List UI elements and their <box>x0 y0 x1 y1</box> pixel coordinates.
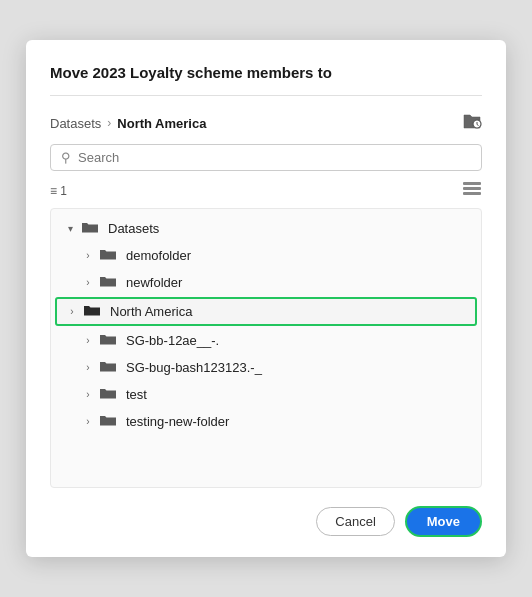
svg-rect-5 <box>463 192 481 195</box>
folder-icon <box>99 247 117 264</box>
list-count: ≡ 1 <box>50 184 67 198</box>
folder-icon <box>83 303 101 320</box>
search-icon: ⚲ <box>61 150 71 165</box>
tree-item[interactable]: › SG-bug-bash123123.-_ <box>51 354 481 381</box>
folder-name: test <box>126 387 147 402</box>
folder-clock-icon[interactable] <box>462 112 482 134</box>
search-input[interactable] <box>78 150 471 165</box>
dialog-footer: Cancel Move <box>50 506 482 537</box>
tree-item[interactable]: › SG-bb-12ae__-. <box>51 327 481 354</box>
chevron-down-icon: ▾ <box>63 223 77 234</box>
tree-root-label: Datasets <box>108 221 159 236</box>
folder-name: testing-new-folder <box>126 414 229 429</box>
breadcrumb-separator: › <box>107 116 111 130</box>
folder-icon <box>99 332 117 349</box>
chevron-right-icon: › <box>81 416 95 427</box>
tree-item[interactable]: › testing-new-folder <box>51 408 481 435</box>
tree-item[interactable]: › demofolder <box>51 242 481 269</box>
chevron-right-icon: › <box>81 277 95 288</box>
folder-name: newfolder <box>126 275 182 290</box>
tree-root-item[interactable]: ▾ Datasets <box>51 215 481 242</box>
breadcrumb-path: Datasets › North America <box>50 116 206 131</box>
list-controls: ≡ 1 <box>50 179 482 202</box>
folder-icon <box>99 274 117 291</box>
folder-name: SG-bug-bash123123.-_ <box>126 360 262 375</box>
list-view-icon[interactable] <box>462 181 482 200</box>
dialog-title: Move 2023 Loyalty scheme members to <box>50 64 482 96</box>
tree-item-north-america[interactable]: › North America <box>55 297 477 326</box>
chevron-right-icon: › <box>65 306 79 317</box>
breadcrumb-current-folder: North America <box>117 116 206 131</box>
folder-icon <box>81 220 99 237</box>
folder-name: demofolder <box>126 248 191 263</box>
cancel-button[interactable]: Cancel <box>316 507 394 536</box>
svg-rect-3 <box>463 182 481 185</box>
chevron-right-icon: › <box>81 362 95 373</box>
chevron-right-icon: › <box>81 389 95 400</box>
tree-item[interactable]: › newfolder <box>51 269 481 296</box>
move-button[interactable]: Move <box>405 506 482 537</box>
folder-icon <box>99 359 117 376</box>
breadcrumb-datasets[interactable]: Datasets <box>50 116 101 131</box>
chevron-right-icon: › <box>81 335 95 346</box>
svg-rect-4 <box>463 187 481 190</box>
move-dialog: Move 2023 Loyalty scheme members to Data… <box>26 40 506 557</box>
search-box[interactable]: ⚲ <box>50 144 482 171</box>
chevron-right-icon: › <box>81 250 95 261</box>
breadcrumb: Datasets › North America <box>50 112 482 134</box>
folder-name: SG-bb-12ae__-. <box>126 333 219 348</box>
tree-item[interactable]: › test <box>51 381 481 408</box>
folder-icon <box>99 413 117 430</box>
folder-tree: ▾ Datasets › demofolder › <box>50 208 482 488</box>
folder-icon <box>99 386 117 403</box>
folder-name: North America <box>110 304 192 319</box>
